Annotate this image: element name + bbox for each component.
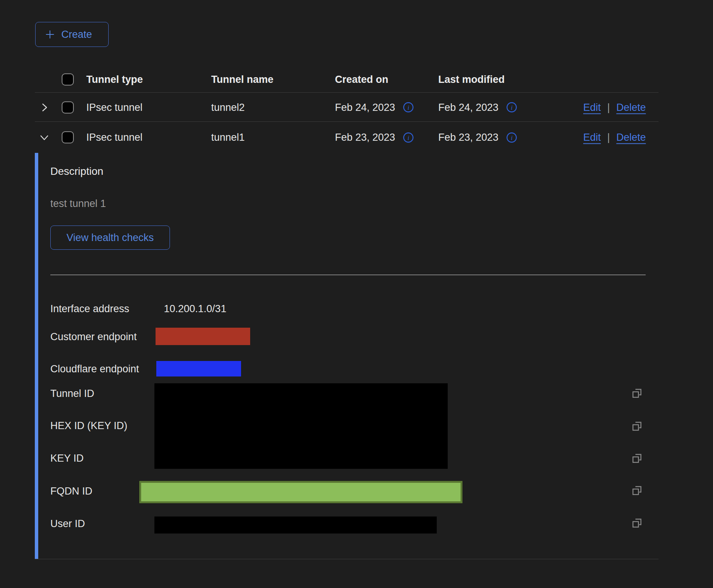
- table-row-tunnel1: IPsec tunnel tunnel1 Feb 23, 2023 i Feb …: [0, 122, 713, 153]
- row-actions: Edit | Delete: [583, 101, 646, 113]
- expanded-row-accent-bar: [35, 153, 38, 559]
- info-icon[interactable]: i: [506, 102, 517, 113]
- panel-divider: [50, 275, 646, 275]
- tunnel-id-label: Tunnel ID: [50, 387, 94, 400]
- delete-link[interactable]: Delete: [616, 132, 646, 143]
- edit-link[interactable]: Edit: [583, 101, 601, 113]
- chevron-down-icon[interactable]: [39, 132, 50, 143]
- actions-separator: |: [607, 132, 610, 143]
- edit-link[interactable]: Edit: [583, 132, 601, 143]
- tunnel-ids-redaction: [154, 383, 448, 469]
- create-button-label: Create: [61, 29, 92, 40]
- description-label: Description: [50, 165, 103, 177]
- last-modified-cell: Feb 24, 2023 i: [438, 101, 517, 113]
- info-icon[interactable]: i: [403, 132, 414, 143]
- copy-icon[interactable]: [630, 420, 643, 433]
- interface-address-value: 10.200.1.0/31: [164, 303, 226, 315]
- svg-text:i: i: [408, 134, 409, 141]
- modified-date: Feb 23, 2023: [438, 132, 498, 143]
- actions-separator: |: [607, 101, 610, 113]
- created-date: Feb 24, 2023: [335, 101, 395, 113]
- create-button[interactable]: Create: [35, 22, 109, 47]
- table-row-tunnel2: IPsec tunnel tunnel2 Feb 24, 2023 i Feb …: [0, 93, 713, 122]
- svg-text:i: i: [511, 134, 513, 141]
- fqdn-id-redaction: [139, 481, 462, 503]
- tunnel-type-cell: IPsec tunnel: [86, 101, 143, 113]
- row-checkbox[interactable]: [62, 131, 74, 143]
- tunnel-type-cell: IPsec tunnel: [86, 132, 143, 143]
- copy-icon[interactable]: [630, 517, 643, 530]
- last-modified-cell: Feb 23, 2023 i: [438, 132, 517, 143]
- key-id-label: KEY ID: [50, 452, 84, 465]
- table-header: Tunnel type Tunnel name Created on Last …: [0, 66, 713, 93]
- tunnel-name-cell: tunnel1: [211, 132, 245, 143]
- row-checkbox[interactable]: [62, 101, 74, 114]
- modified-date: Feb 24, 2023: [438, 101, 498, 113]
- header-tunnel-name: Tunnel name: [211, 74, 274, 86]
- customer-endpoint-label: Customer endpoint: [50, 331, 137, 343]
- interface-address-label: Interface address: [50, 303, 129, 315]
- created-on-cell: Feb 23, 2023 i: [335, 132, 414, 143]
- hex-id-label: HEX ID (KEY ID): [50, 420, 128, 432]
- svg-text:i: i: [511, 104, 513, 111]
- tunnels-page: Create Tunnel type Tunnel name Created o…: [0, 0, 713, 588]
- row-actions: Edit | Delete: [583, 132, 646, 143]
- info-icon[interactable]: i: [506, 132, 517, 143]
- tunnel-name-cell: tunnel2: [211, 101, 245, 113]
- header-last-modified: Last modified: [438, 74, 505, 86]
- chevron-right-icon[interactable]: [39, 102, 50, 113]
- plus-icon: [44, 29, 56, 40]
- cloudflare-endpoint-redaction: [156, 361, 241, 376]
- user-id-label: User ID: [50, 518, 85, 530]
- table-bottom-divider: [35, 559, 659, 559]
- cloudflare-endpoint-label: Cloudflare endpoint: [50, 363, 139, 375]
- info-icon[interactable]: i: [403, 102, 414, 113]
- copy-icon[interactable]: [630, 484, 643, 497]
- svg-text:i: i: [408, 104, 409, 111]
- description-value: test tunnel 1: [50, 198, 106, 210]
- select-all-checkbox[interactable]: [62, 73, 74, 86]
- header-created-on: Created on: [335, 74, 388, 86]
- user-id-redaction: [154, 516, 437, 534]
- fqdn-id-label: FQDN ID: [50, 485, 92, 498]
- header-tunnel-type: Tunnel type: [86, 74, 143, 86]
- created-on-cell: Feb 24, 2023 i: [335, 101, 414, 113]
- copy-icon[interactable]: [630, 387, 643, 400]
- view-health-checks-button[interactable]: View health checks: [50, 226, 170, 250]
- delete-link[interactable]: Delete: [616, 101, 646, 113]
- customer-endpoint-redaction: [156, 328, 250, 345]
- copy-icon[interactable]: [630, 452, 643, 465]
- created-date: Feb 23, 2023: [335, 132, 395, 143]
